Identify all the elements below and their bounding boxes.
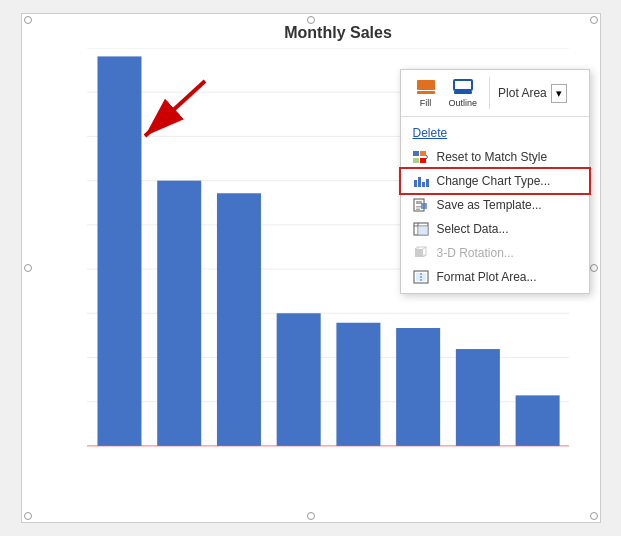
plot-area-dropdown[interactable]: ▾ xyxy=(551,84,567,103)
svg-rect-52 xyxy=(415,249,423,257)
3d-rotation-label: 3-D Rotation... xyxy=(437,246,514,260)
svg-rect-39 xyxy=(414,180,417,187)
menu-item-select-data[interactable]: Select Data... xyxy=(401,217,589,241)
plot-area-label: Plot Area xyxy=(498,86,547,100)
rotation-icon xyxy=(413,246,429,260)
handle-tr[interactable] xyxy=(590,16,598,24)
handle-mr[interactable] xyxy=(590,264,598,272)
select-data-icon xyxy=(413,222,429,236)
menu-item-3d-rotation[interactable]: 3-D Rotation... xyxy=(401,241,589,265)
svg-rect-40 xyxy=(418,177,421,187)
change-chart-label: Change Chart Type... xyxy=(437,174,551,188)
delete-label: Delete xyxy=(413,126,448,140)
toolbar-section: Fill Outline Plot Area ▾ xyxy=(401,70,589,117)
bar-ereaders[interactable] xyxy=(276,313,320,446)
bar-mice[interactable] xyxy=(515,395,559,446)
fill-label: Fill xyxy=(420,98,432,108)
svg-rect-33 xyxy=(454,80,472,90)
svg-rect-38 xyxy=(420,158,426,163)
save-template-label: Save as Template... xyxy=(437,198,542,212)
svg-rect-51 xyxy=(418,226,428,235)
handle-bl[interactable] xyxy=(24,512,32,520)
menu-item-save-template[interactable]: Save as Template... xyxy=(401,193,589,217)
handle-tm[interactable] xyxy=(307,16,315,24)
outline-button[interactable]: Outline xyxy=(445,76,482,110)
reset-label: Reset to Match Style xyxy=(437,150,548,164)
handle-tl[interactable] xyxy=(24,16,32,24)
handle-bm[interactable] xyxy=(307,512,315,520)
fill-button[interactable]: Fill xyxy=(411,76,441,110)
svg-rect-42 xyxy=(426,179,429,187)
handle-br[interactable] xyxy=(590,512,598,520)
bar-tvs[interactable] xyxy=(97,56,141,445)
outline-label: Outline xyxy=(449,98,478,108)
bar-tablets[interactable] xyxy=(396,328,440,446)
bar-cameras[interactable] xyxy=(157,181,201,446)
menu-items: Delete Reset to Match Style xyxy=(401,117,589,293)
chart-title: Monthly Sales xyxy=(87,24,590,42)
svg-rect-31 xyxy=(417,80,435,90)
menu-item-reset[interactable]: Reset to Match Style xyxy=(401,145,589,169)
toolbar-divider xyxy=(489,77,490,109)
svg-rect-34 xyxy=(454,91,472,94)
format-icon xyxy=(413,270,429,284)
select-data-label: Select Data... xyxy=(437,222,509,236)
format-plot-label: Format Plot Area... xyxy=(437,270,537,284)
plot-area-section: Plot Area ▾ xyxy=(498,84,567,103)
svg-rect-47 xyxy=(421,203,427,209)
svg-rect-37 xyxy=(413,158,419,163)
menu-item-change-chart[interactable]: Change Chart Type... xyxy=(401,169,589,193)
chart-type-icon xyxy=(413,174,429,188)
svg-rect-32 xyxy=(417,91,435,94)
reset-icon xyxy=(413,150,429,164)
bar-keyboards[interactable] xyxy=(455,349,499,446)
template-icon xyxy=(413,198,429,212)
svg-rect-35 xyxy=(413,151,419,156)
svg-rect-46 xyxy=(416,209,420,211)
bar-computers[interactable] xyxy=(216,193,260,446)
svg-rect-41 xyxy=(422,182,425,187)
chart-container: Monthly Sales $90,000 $80,000 $70,000 $6… xyxy=(21,13,601,523)
svg-rect-36 xyxy=(420,151,426,156)
menu-item-format-plot[interactable]: Format Plot Area... xyxy=(401,265,589,289)
bar-cellphones[interactable] xyxy=(336,323,380,446)
context-menu: Fill Outline Plot Area ▾ Delete xyxy=(400,69,590,294)
menu-item-delete[interactable]: Delete xyxy=(401,121,589,145)
handle-ml[interactable] xyxy=(24,264,32,272)
